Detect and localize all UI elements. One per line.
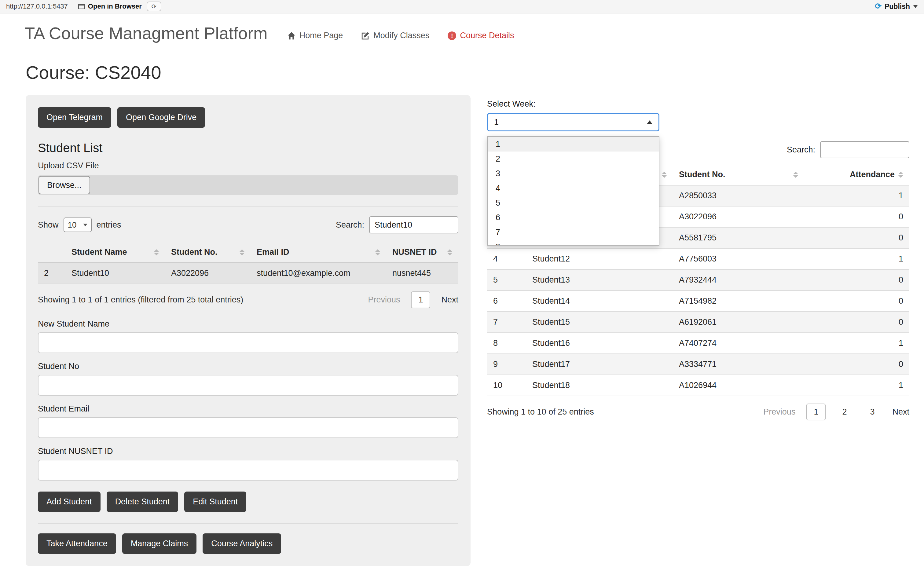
table-cell: A2850033 (673, 185, 804, 206)
csv-file-input[interactable]: Browse... (38, 175, 458, 195)
address-url: http://127.0.0.1:5437 (6, 2, 68, 10)
student-no-input[interactable] (38, 375, 458, 396)
sort-icon[interactable] (240, 249, 244, 255)
new-student-name-label: New Student Name (38, 319, 458, 329)
student-table: Student NameStudent No.Email IDNUSNET ID… (38, 242, 458, 284)
sort-icon[interactable] (898, 172, 903, 178)
main-nav: Home Page Modify Classes Course Details (287, 26, 514, 40)
student-nusnet-input[interactable] (38, 460, 458, 481)
week-select[interactable]: 1 (487, 113, 659, 132)
next-button[interactable]: Next (892, 407, 909, 417)
take-attendance-button[interactable]: Take Attendance (38, 533, 116, 554)
table-row[interactable]: 5Student13A79324440 (487, 270, 909, 291)
open-telegram-button[interactable]: Open Telegram (38, 107, 111, 128)
column-header[interactable]: Attendance (804, 164, 909, 185)
table-controls: Show 10 entries Search: (38, 216, 458, 234)
table-row[interactable]: 2Student10A3022096student10@example.comn… (38, 263, 458, 284)
student-table-head: Student NameStudent No.Email IDNUSNET ID (38, 242, 458, 263)
table-row[interactable]: 10Student18A10269441 (487, 375, 909, 396)
attendance-table-footer: Showing 1 to 10 of 25 entries Previous 1… (487, 404, 909, 421)
refresh-button[interactable] (147, 2, 161, 11)
sort-icon[interactable] (154, 249, 159, 255)
course-analytics-button[interactable]: Course Analytics (203, 533, 281, 554)
attendance-panel: Select Week: 1 12345678 Search: Student … (487, 95, 909, 421)
nav-course-label: Course Details (460, 31, 514, 40)
student-pagination: Previous 1 Next (368, 291, 458, 308)
table-cell: A6192061 (673, 312, 804, 333)
open-google-drive-button[interactable]: Open Google Drive (117, 107, 205, 128)
column-header[interactable]: NUSNET ID (386, 242, 458, 263)
table-cell: 0 (804, 270, 909, 291)
sort-icon[interactable] (447, 249, 452, 255)
divider (38, 206, 458, 206)
table-row[interactable]: 4Student12A77560031 (487, 248, 909, 270)
week-option[interactable]: 8 (488, 240, 659, 246)
table-cell: 8 (487, 333, 526, 354)
page-title: Course: CS2040 (26, 63, 909, 83)
week-option[interactable]: 6 (488, 210, 659, 225)
table-cell: Student17 (526, 354, 673, 375)
nav-home-page[interactable]: Home Page (287, 31, 343, 40)
page-button[interactable]: 2 (835, 404, 853, 420)
table-cell: A1026944 (673, 375, 804, 396)
student-list-title: Student List (38, 141, 458, 155)
delete-student-button[interactable]: Delete Student (107, 492, 179, 512)
page-numbers: 1 (411, 291, 430, 308)
entries-select[interactable]: 10 (63, 218, 92, 232)
table-cell: 1 (804, 248, 909, 270)
column-header[interactable]: Email ID (250, 242, 386, 263)
new-student-name-input[interactable] (38, 332, 458, 353)
table-cell: A7932444 (673, 270, 804, 291)
week-option[interactable]: 5 (488, 195, 659, 210)
sort-icon[interactable] (793, 172, 798, 178)
table-row[interactable]: 8Student16A74072741 (487, 333, 909, 354)
previous-button[interactable]: Previous (763, 407, 796, 417)
previous-button[interactable]: Previous (368, 295, 400, 305)
manage-claims-button[interactable]: Manage Claims (122, 533, 197, 554)
table-cell: 9 (487, 354, 526, 375)
column-header[interactable]: Student No. (165, 242, 250, 263)
column-header[interactable]: Student Name (65, 242, 165, 263)
page-button[interactable]: 1 (806, 404, 826, 421)
attendance-search-input[interactable] (820, 141, 909, 158)
table-cell: Student10 (65, 263, 165, 284)
table-row[interactable]: 9Student17A33347710 (487, 354, 909, 375)
student-no-label: Student No (38, 362, 458, 371)
entries-label: entries (97, 220, 121, 230)
next-button[interactable]: Next (441, 295, 458, 305)
column-header-label: Student No. (171, 247, 217, 257)
publish-button[interactable]: Publish (885, 2, 910, 11)
student-table-info: Showing 1 to 1 of 1 entries (filtered fr… (38, 295, 243, 305)
column-header[interactable]: Student No. (673, 164, 804, 185)
student-table-body: 2Student10A3022096student10@example.comn… (38, 263, 458, 284)
add-student-button[interactable]: Add Student (38, 492, 101, 512)
week-option[interactable]: 3 (488, 166, 659, 181)
page-button[interactable]: 1 (411, 291, 430, 308)
table-cell: Student15 (526, 312, 673, 333)
week-option[interactable]: 2 (488, 151, 659, 166)
student-email-input[interactable] (38, 417, 458, 438)
column-header-label: Student Name (71, 247, 127, 257)
table-cell: Student14 (526, 291, 673, 312)
week-option[interactable]: 4 (488, 181, 659, 195)
chevron-down-icon[interactable] (913, 5, 918, 8)
main-content: Course: CS2040 Open Telegram Open Google… (0, 63, 924, 566)
nav-modify-classes[interactable]: Modify Classes (361, 31, 429, 40)
table-cell: 10 (487, 375, 526, 396)
attendance-table-info: Showing 1 to 10 of 25 entries (487, 407, 594, 417)
sort-icon[interactable] (662, 172, 667, 178)
table-row[interactable]: 7Student15A61920610 (487, 312, 909, 333)
table-row[interactable]: 6Student14A71549820 (487, 291, 909, 312)
search-label: Search: (787, 145, 815, 154)
edit-student-button[interactable]: Edit Student (184, 492, 246, 512)
sort-icon[interactable] (375, 249, 380, 255)
nav-course-details[interactable]: Course Details (448, 31, 514, 40)
week-option[interactable]: 1 (488, 137, 659, 151)
week-option[interactable]: 7 (488, 225, 659, 240)
table-cell: 6 (487, 291, 526, 312)
student-search-input[interactable] (369, 216, 458, 234)
chevron-down-icon (83, 224, 88, 226)
browse-button[interactable]: Browse... (39, 176, 90, 194)
page-button[interactable]: 3 (863, 404, 881, 420)
open-in-browser-button[interactable]: Open in Browser (78, 2, 142, 10)
